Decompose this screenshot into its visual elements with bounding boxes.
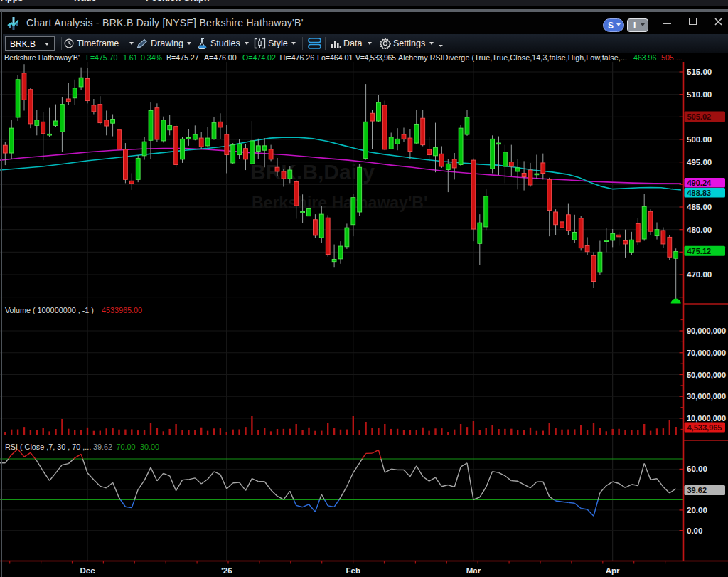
svg-text:30.00: 30.00 <box>140 443 159 451</box>
svg-text:480.00: 480.00 <box>687 226 712 234</box>
svg-text:'26: '26 <box>221 566 232 575</box>
svg-text:20.00: 20.00 <box>687 506 707 514</box>
svg-text:39.62: 39.62 <box>687 486 707 494</box>
svg-text:470.00: 470.00 <box>687 270 712 279</box>
svg-text:Mar: Mar <box>466 566 481 575</box>
svg-text:515.00: 515.00 <box>687 68 712 76</box>
svg-text:90,000,000: 90,000,000 <box>687 327 726 335</box>
svg-text:4533965.00: 4533965.00 <box>102 306 142 314</box>
svg-text:10,000,000: 10,000,000 <box>687 414 726 423</box>
svg-text:Feb: Feb <box>346 566 360 575</box>
svg-text:485.00: 485.00 <box>687 203 712 211</box>
svg-text:Berkshire Hathaway'B': Berkshire Hathaway'B' <box>252 194 427 212</box>
svg-text:Apr: Apr <box>606 566 620 575</box>
svg-text:Volume ( 100000000 , -1 ): Volume ( 100000000 , -1 ) <box>5 306 94 314</box>
svg-text:510.00: 510.00 <box>687 90 712 99</box>
svg-text:BRK.B,Daily: BRK.B,Daily <box>250 160 375 184</box>
svg-text:70,000,000: 70,000,000 <box>687 349 726 357</box>
svg-text:50,000,000: 50,000,000 <box>687 371 726 379</box>
svg-text:500.00: 500.00 <box>687 135 712 144</box>
svg-text:Dec: Dec <box>80 566 95 575</box>
svg-text:0.00: 0.00 <box>687 526 702 535</box>
svg-text:RSI ( Close ,7, 30 , 70 ,...: RSI ( Close ,7, 30 , 70 ,... <box>5 443 91 451</box>
svg-text:30,000,000: 30,000,000 <box>687 392 726 401</box>
svg-text:495.00: 495.00 <box>687 158 712 166</box>
svg-text:505.02: 505.02 <box>687 112 712 121</box>
svg-text:60.00: 60.00 <box>687 465 707 473</box>
svg-text:490.24: 490.24 <box>687 179 712 187</box>
svg-text:488.83: 488.83 <box>687 189 712 197</box>
svg-text:70.00: 70.00 <box>117 443 136 451</box>
svg-text:4,533,965: 4,533,965 <box>687 423 722 432</box>
svg-text:39.62: 39.62 <box>93 443 112 451</box>
svg-text:475.12: 475.12 <box>687 247 712 255</box>
